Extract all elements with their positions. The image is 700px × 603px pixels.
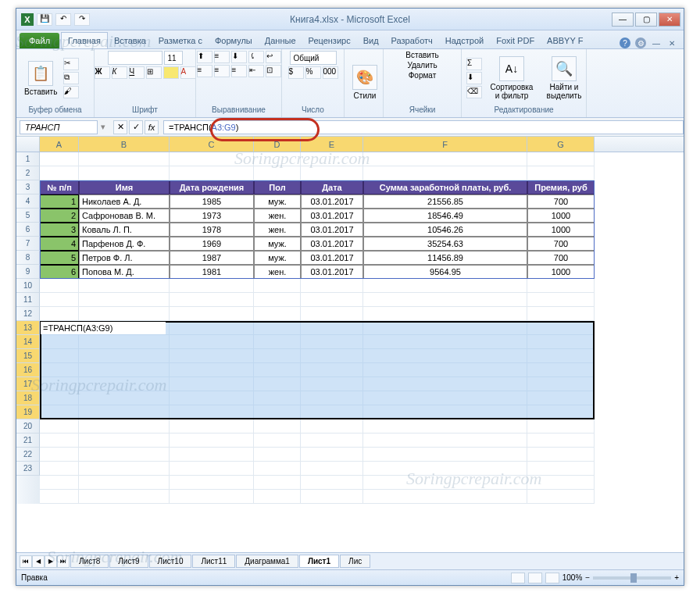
qat-save-icon[interactable]: 💾	[37, 13, 52, 26]
row-header-16[interactable]: 16	[16, 363, 40, 377]
align-bottom-button[interactable]: ⬇	[231, 51, 247, 63]
cell[interactable]	[40, 462, 79, 476]
cell[interactable]: Премия, руб	[527, 180, 595, 194]
cell[interactable]	[170, 335, 254, 349]
cell[interactable]	[254, 377, 301, 391]
cell[interactable]: 03.01.2017	[301, 194, 363, 209]
sheet-tab[interactable]: Лист10	[149, 555, 192, 568]
cell[interactable]: 35254.63	[363, 237, 527, 251]
format-painter-icon[interactable]: 🖌	[63, 86, 79, 98]
cell[interactable]	[40, 391, 79, 405]
cell[interactable]	[254, 490, 301, 504]
styles-button[interactable]: 🎨 Стили	[349, 63, 380, 102]
cell[interactable]	[363, 349, 527, 363]
qat-undo-icon[interactable]: ↶	[55, 13, 71, 26]
row-header-19[interactable]: 19	[16, 405, 40, 419]
tab-layout[interactable]: Разметка с	[152, 33, 209, 48]
row-header-8[interactable]: 8	[16, 251, 40, 265]
cell[interactable]	[301, 476, 363, 490]
row-header-11[interactable]: 11	[16, 293, 40, 307]
formula-bar[interactable]: =ТРАНСП(A3:G9)	[163, 120, 684, 134]
cell[interactable]: жен.	[254, 265, 301, 279]
name-box[interactable]: ТРАНСП	[20, 120, 98, 134]
col-header-f[interactable]: F	[363, 137, 527, 152]
cell[interactable]	[254, 391, 301, 405]
insert-function-button[interactable]: fx	[145, 120, 159, 134]
row-header-14[interactable]: 14	[16, 335, 40, 349]
cell[interactable]: 1987	[170, 251, 254, 265]
row-header-23[interactable]: 23	[16, 462, 40, 476]
cell[interactable]: 03.01.2017	[301, 237, 363, 251]
cell[interactable]	[527, 335, 595, 349]
cell[interactable]	[170, 462, 254, 476]
zoom-in-button[interactable]: +	[674, 573, 679, 582]
cell[interactable]	[79, 490, 170, 504]
cell[interactable]: 03.01.2017	[301, 265, 363, 279]
align-top-button[interactable]: ⬆	[197, 51, 212, 63]
col-header-d[interactable]: D	[254, 137, 301, 152]
cell[interactable]	[254, 293, 301, 307]
cell[interactable]: Дата рождения	[170, 180, 254, 194]
cell[interactable]	[40, 405, 79, 419]
row-header-7[interactable]: 7	[16, 237, 40, 251]
col-header-g[interactable]: G	[527, 137, 595, 152]
row-header-9[interactable]: 9	[16, 265, 40, 279]
cells-delete-button[interactable]: Удалить	[407, 61, 437, 70]
cell[interactable]: Парфенов Д. Ф.	[79, 237, 170, 251]
sheet-tab[interactable]: Лист8	[70, 555, 109, 568]
cell[interactable]	[301, 448, 363, 462]
fill-button[interactable]: ⬇	[466, 72, 482, 84]
cancel-formula-button[interactable]: ✕	[113, 120, 127, 134]
cell[interactable]	[363, 307, 527, 321]
cell[interactable]	[363, 293, 527, 307]
cell[interactable]	[170, 363, 254, 377]
cell[interactable]	[170, 434, 254, 448]
cell[interactable]	[363, 405, 527, 419]
cell[interactable]	[79, 377, 170, 391]
cell[interactable]	[301, 321, 363, 335]
zoom-slider[interactable]	[593, 576, 671, 580]
cell[interactable]	[254, 307, 301, 321]
active-cell[interactable]: =ТРАНСП(A3:G9)	[41, 322, 166, 334]
row-header-12[interactable]: 12	[16, 307, 40, 321]
cell[interactable]: 1000	[527, 265, 595, 279]
cell[interactable]	[527, 166, 595, 180]
cell[interactable]	[79, 279, 170, 293]
cell[interactable]	[254, 419, 301, 434]
cell[interactable]	[363, 363, 527, 377]
cell[interactable]: 6	[40, 265, 79, 279]
cell[interactable]	[527, 462, 595, 476]
cut-icon[interactable]: ✂	[63, 58, 79, 70]
align-left-button[interactable]: ≡	[197, 65, 212, 77]
bold-button[interactable]: Ж	[95, 66, 110, 79]
cell[interactable]	[170, 293, 254, 307]
row-header-17[interactable]: 17	[16, 377, 40, 391]
cell[interactable]	[301, 490, 363, 504]
cell[interactable]: 1981	[170, 265, 254, 279]
cell[interactable]	[363, 166, 527, 180]
col-header-a[interactable]: A	[40, 137, 79, 152]
cell[interactable]: 9564.95	[363, 265, 527, 279]
cell[interactable]: 03.01.2017	[301, 223, 363, 237]
cell[interactable]	[170, 166, 254, 180]
cell[interactable]	[79, 448, 170, 462]
cell[interactable]	[301, 419, 363, 434]
tab-view[interactable]: Вид	[357, 33, 385, 48]
tab-home[interactable]: Главная	[61, 32, 108, 48]
cell[interactable]	[40, 279, 79, 293]
cell[interactable]: 03.01.2017	[301, 209, 363, 223]
orientation-button[interactable]: ⤹	[248, 51, 264, 63]
cells-insert-button[interactable]: Вставить	[405, 51, 438, 59]
cell[interactable]: 700	[527, 194, 595, 209]
cell[interactable]: 700	[527, 251, 595, 265]
cell[interactable]: 5	[40, 251, 79, 265]
cell[interactable]	[40, 166, 79, 180]
cell[interactable]	[40, 476, 79, 490]
cell[interactable]	[254, 349, 301, 363]
cell[interactable]	[301, 166, 363, 180]
sort-filter-button[interactable]: A↓ Сортировка и фильтр	[485, 55, 538, 102]
row-header-5[interactable]: 5	[16, 209, 40, 223]
cell[interactable]	[527, 434, 595, 448]
cell[interactable]	[527, 476, 595, 490]
font-color-button[interactable]: A	[180, 66, 196, 79]
